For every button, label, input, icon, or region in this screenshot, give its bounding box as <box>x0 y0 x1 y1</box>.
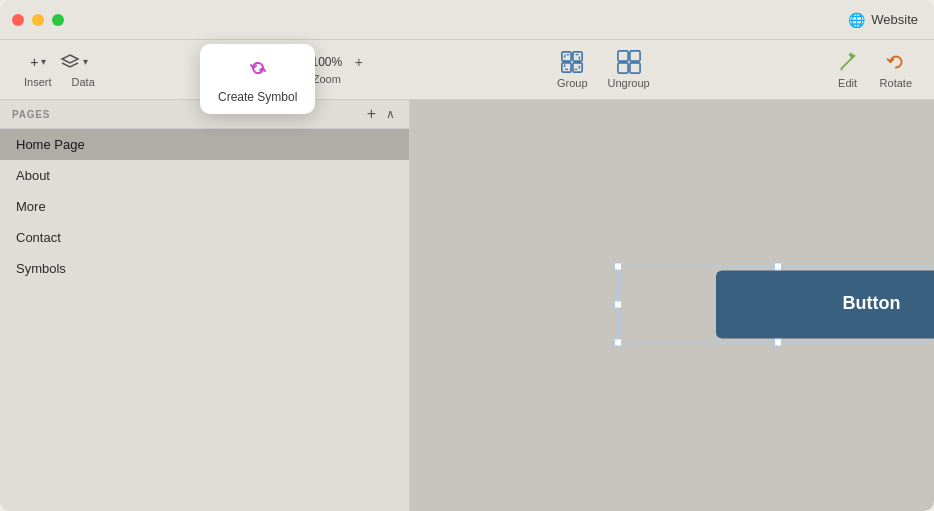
edit-label: Edit <box>838 77 857 89</box>
handle-bottom-middle[interactable] <box>774 338 782 346</box>
sidebar: PAGES + ∧ Home Page About More Contact <box>0 100 410 511</box>
handle-middle-left[interactable] <box>614 300 622 308</box>
svg-rect-6 <box>618 51 628 61</box>
page-item-label: Contact <box>16 230 61 245</box>
handle-top-left[interactable] <box>614 262 622 270</box>
svg-rect-5 <box>565 55 580 70</box>
ungroup-button[interactable]: Ungroup <box>598 50 660 89</box>
page-item-more[interactable]: More <box>0 191 409 222</box>
canvas-button[interactable]: Button <box>716 270 934 338</box>
symbol-refresh-icon <box>244 54 272 82</box>
svg-rect-10 <box>848 52 855 59</box>
maximize-button[interactable] <box>52 14 64 26</box>
page-item-about[interactable]: About <box>0 160 409 191</box>
ungroup-label: Ungroup <box>608 77 650 89</box>
data-chevron-icon: ▾ <box>83 56 88 67</box>
create-symbol-label: Create Symbol <box>218 90 297 104</box>
page-item-label: Home Page <box>16 137 85 152</box>
insert-group: + ▾ ▾ Insert Data <box>12 40 107 99</box>
data-button[interactable]: ▾ <box>60 52 88 72</box>
create-symbol-icon <box>244 54 272 86</box>
svg-rect-3 <box>562 63 571 72</box>
canvas-element-wrapper: Button <box>618 266 934 342</box>
page-item-symbols[interactable]: Symbols <box>0 253 409 284</box>
group-label: Group <box>557 77 588 89</box>
page-item-label: More <box>16 199 46 214</box>
handle-bottom-left[interactable] <box>614 338 622 346</box>
insert-button[interactable]: + ▾ <box>30 54 46 70</box>
collapse-pages-button[interactable]: ∧ <box>384 108 397 120</box>
edit-button[interactable]: Edit <box>826 50 870 89</box>
pages-section-label: PAGES <box>12 109 50 120</box>
page-item-home[interactable]: Home Page <box>0 129 409 160</box>
group-icon <box>560 50 584 74</box>
canvas: Button <box>410 100 934 511</box>
data-label: Data <box>72 76 95 88</box>
window-title: Website <box>871 12 918 27</box>
pages-list: Home Page About More Contact Symbols <box>0 129 409 511</box>
ungroup-icon <box>617 50 641 74</box>
page-item-contact[interactable]: Contact <box>0 222 409 253</box>
insert-chevron-icon: ▾ <box>41 56 46 67</box>
svg-rect-4 <box>573 63 582 72</box>
website-icon: 🌐 <box>848 12 865 28</box>
group-button[interactable]: Group <box>547 50 598 89</box>
svg-rect-8 <box>618 63 628 73</box>
insert-label: Insert <box>24 76 52 88</box>
svg-rect-7 <box>630 51 640 61</box>
create-symbol-popup[interactable]: Create Symbol <box>200 44 315 114</box>
zoom-label: Zoom <box>313 73 341 85</box>
layers-icon <box>60 52 80 72</box>
close-button[interactable] <box>12 14 24 26</box>
toolbar: + ▾ ▾ Insert Data <box>0 40 934 100</box>
handle-top-middle[interactable] <box>774 262 782 270</box>
svg-marker-0 <box>62 55 78 63</box>
svg-rect-2 <box>573 52 582 61</box>
sidebar-header-actions: + ∧ <box>365 106 397 122</box>
page-item-label: Symbols <box>16 261 66 276</box>
plus-icon: + <box>30 54 38 70</box>
traffic-lights <box>12 14 64 26</box>
rotate-button[interactable]: Rotate <box>870 50 922 89</box>
rotate-label: Rotate <box>880 77 912 89</box>
svg-rect-9 <box>630 63 640 73</box>
page-item-label: About <box>16 168 50 183</box>
app-window: 🌐 Website + ▾ ▾ <box>0 0 934 511</box>
edit-icon <box>836 50 860 74</box>
rotate-icon <box>884 50 908 74</box>
add-page-button[interactable]: + <box>365 106 378 122</box>
title-bar: 🌐 Website <box>0 0 934 40</box>
zoom-in-button[interactable]: + <box>353 55 365 69</box>
minimize-button[interactable] <box>32 14 44 26</box>
svg-rect-1 <box>562 52 571 61</box>
window-title-area: 🌐 Website <box>848 12 918 28</box>
main-content: PAGES + ∧ Home Page About More Contact <box>0 100 934 511</box>
canvas-button-label: Button <box>842 293 900 314</box>
